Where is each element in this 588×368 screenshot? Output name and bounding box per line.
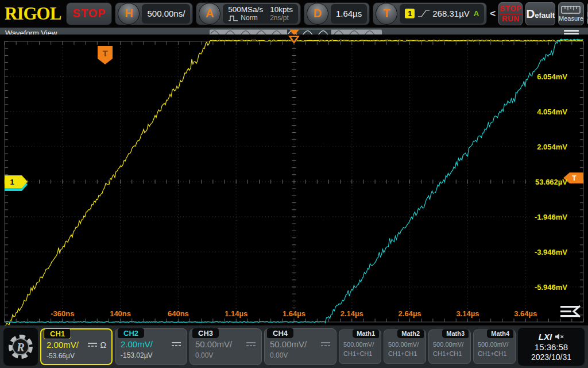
math2-expression: CH1+CH1 — [384, 350, 425, 357]
run-label: RUN — [502, 15, 520, 23]
ch3-scale: 50.00mV/ — [195, 339, 232, 349]
speaker-muted-icon — [555, 333, 564, 340]
trigger-source-badge: 1 — [405, 9, 415, 18]
ch3-tab[interactable]: CH3 — [192, 328, 219, 338]
channel-card-ch2[interactable]: CH2 2.00mV/ -153.02µV — [115, 328, 187, 365]
oscilloscope-screen: RIGOL STOP H 500.00ns/ A 500MSa/s Norm 1… — [0, 0, 588, 368]
ch4-offset: 0.00V — [265, 351, 336, 359]
stop-run-button[interactable]: STOP RUN — [498, 2, 523, 25]
rising-edge-icon — [417, 9, 430, 18]
math3-expression: CH1+CH1 — [429, 350, 470, 357]
trigger-level-letter: T — [572, 174, 577, 182]
horizontal-control[interactable]: H 500.00ns/ — [115, 2, 193, 25]
dc-coupling-icon — [171, 341, 181, 347]
measure-button[interactable]: Measure — [558, 2, 584, 25]
y-axis-label: -3.946mV — [535, 248, 567, 256]
top-toolbar: RIGOL STOP H 500.00ns/ A 500MSa/s Norm 1… — [0, 0, 588, 27]
y-axis-label: -1.946mV — [535, 213, 567, 221]
math3-tab[interactable]: Math3 — [442, 329, 469, 338]
ch3-offset: 0.00V — [190, 351, 261, 359]
ch2-tab[interactable]: CH2 — [118, 328, 144, 338]
y-axis-label: -5.946mV — [535, 283, 567, 292]
dc-coupling-icon — [320, 341, 331, 347]
acquisition-control[interactable]: A 500MSa/s Norm 10kpts 2ns/pt — [196, 2, 301, 25]
trigger-sweep-mode: A — [474, 9, 479, 18]
ch1-marker-number: 1 — [10, 178, 14, 186]
sample-resolution: 2ns/pt — [270, 14, 293, 22]
channel-status-bar: R CH1 2.00mV/ Ω -53.66µV CH2 2.00mV/ — [0, 325, 588, 368]
lxi-label: LXI — [539, 332, 552, 342]
x-axis-label: 1.14µs — [225, 309, 247, 318]
toolbar-scroll-left-icon[interactable]: < — [490, 8, 496, 20]
impedance-icon: Ω — [100, 340, 106, 350]
default-button[interactable]: Default — [525, 2, 555, 25]
svg-text:R: R — [16, 340, 25, 354]
pulse-icon — [228, 15, 238, 21]
math1-tab[interactable]: Math1 — [353, 329, 379, 338]
horizontal-knob[interactable]: H — [118, 3, 140, 25]
ch1-offset: -53.66µV — [41, 352, 111, 360]
trigger-level-value: 268.31µV — [432, 9, 470, 18]
delay-knob[interactable]: D — [307, 3, 328, 25]
math-card-math3[interactable]: Math3 500.00mV/ CH1+CH1 — [428, 329, 471, 364]
math-card-math2[interactable]: Math2 500.00mV/ CH1+CH1 — [384, 329, 426, 364]
math4-tab[interactable]: Math4 — [487, 329, 513, 338]
results-collapse-icon[interactable] — [560, 306, 580, 317]
ch1-tab[interactable]: CH1 — [44, 328, 71, 339]
channel-card-ch1[interactable]: CH1 2.00mV/ Ω -53.66µV — [40, 328, 113, 365]
delay-value: 1.64µs — [336, 9, 362, 18]
system-date: 2023/10/31 — [531, 352, 571, 362]
acquisition-status-panel: STOP — [66, 2, 112, 25]
channel-card-ch4[interactable]: CH4 50.00mV/ 0.00V — [264, 328, 336, 365]
dc-coupling-icon — [87, 342, 98, 348]
math1-expression: CH1+CH1 — [339, 350, 381, 357]
trigger-flag-letter: T — [102, 48, 107, 58]
math1-scale: 500.00mV/ — [339, 341, 381, 348]
y-axis-label: 2.054mV — [537, 143, 567, 151]
math3-scale: 500.00mV/ — [429, 341, 470, 348]
trigger-control[interactable]: T 1 268.31µV A — [373, 2, 487, 25]
gear-r-icon: R — [7, 333, 34, 361]
y-axis-label: 4.054mV — [537, 108, 567, 116]
y-axis-label: 53.662µV — [535, 178, 567, 186]
ch1-scale: 2.00mV/ — [47, 340, 79, 350]
rigol-gear-button[interactable]: R — [3, 328, 38, 366]
math4-scale: 500.00mV/ — [474, 341, 515, 348]
dc-coupling-icon — [246, 341, 256, 347]
ruler-icon — [561, 5, 581, 14]
x-axis-label: -360ns — [51, 309, 74, 318]
ch2-scale: 2.00mV/ — [121, 339, 153, 349]
trigger-knob[interactable]: T — [376, 3, 397, 25]
run-state-label: STOP — [72, 7, 106, 20]
math2-tab[interactable]: Math2 — [397, 329, 424, 338]
memory-depth: 10kpts — [270, 5, 293, 14]
math-card-math1[interactable]: Math1 500.00mV/ CH1+CH1 — [339, 329, 381, 364]
x-axis-label: 140ns — [110, 309, 131, 318]
acquire-mode: Norm — [241, 14, 257, 22]
ch2-offset: -153.02µV — [115, 351, 187, 359]
system-status-block[interactable]: LXI 15:36:58 2023/10/31 — [518, 328, 585, 366]
ch1-trace — [5, 40, 583, 325]
waveform-display-area[interactable]: TT1 6.054mV4.054mV2.054mV53.662µV-1.946m… — [0, 34, 588, 325]
y-axis-label: 6.054mV — [537, 72, 567, 81]
stop-label: STOP — [500, 5, 522, 13]
x-axis-label: 2.64µs — [399, 309, 421, 318]
x-axis-label: 1.64µs — [283, 309, 305, 318]
ch4-scale: 50.00mV/ — [270, 339, 307, 349]
x-axis-label: 640ns — [168, 309, 189, 318]
x-axis-label: 2.14µs — [341, 309, 363, 318]
x-axis-label: 3.14µs — [456, 309, 479, 318]
sample-rate: 500MSa/s — [228, 5, 263, 14]
timebase-value: 500.00ns/ — [147, 9, 185, 18]
math2-scale: 500.00mV/ — [384, 341, 425, 348]
x-axis-label: 3.64µs — [514, 309, 537, 318]
acquire-knob[interactable]: A — [199, 3, 220, 25]
system-time: 15:36:58 — [535, 342, 568, 352]
channel-card-ch3[interactable]: CH3 50.00mV/ 0.00V — [189, 328, 262, 365]
rigol-logo: RIGOL — [2, 3, 63, 24]
delay-control[interactable]: D 1.64µs — [304, 2, 370, 25]
math-card-math4[interactable]: Math4 500.00mV/ CH1+CH1 — [473, 329, 516, 364]
ch4-tab[interactable]: CH4 — [267, 328, 293, 338]
math4-expression: CH1+CH1 — [474, 350, 515, 357]
